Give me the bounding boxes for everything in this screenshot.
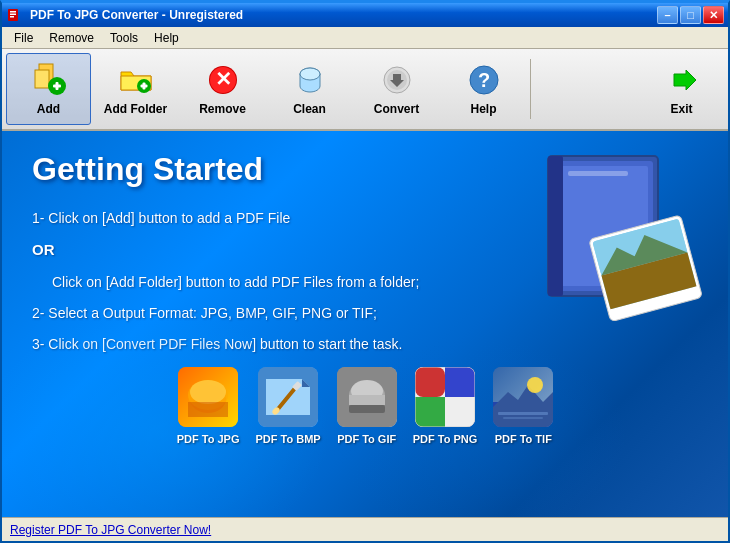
format-png-label: PDF To PNG — [413, 433, 478, 445]
svg-rect-11 — [142, 83, 145, 90]
format-jpg-item[interactable]: PDF To JPG — [177, 367, 240, 445]
format-gif-item[interactable]: PDF To GIF — [337, 367, 397, 445]
remove-icon: ✕ — [205, 62, 241, 98]
add-folder-button[interactable]: Add Folder — [93, 53, 178, 125]
help-button[interactable]: ? Help — [441, 53, 526, 125]
format-tif-label: PDF To TIF — [495, 433, 552, 445]
format-gif-icon — [337, 367, 397, 427]
status-bar: Register PDF To JPG Converter Now! — [2, 517, 728, 541]
exit-button[interactable]: Exit — [639, 53, 724, 125]
book-illustration — [518, 146, 708, 331]
menu-file[interactable]: File — [6, 29, 41, 47]
add-icon — [31, 62, 67, 98]
minimize-button[interactable]: – — [657, 6, 678, 24]
format-gif-label: PDF To GIF — [337, 433, 396, 445]
help-icon: ? — [466, 62, 502, 98]
format-png-item[interactable]: PDF To PNG — [413, 367, 478, 445]
svg-rect-2 — [10, 14, 16, 16]
menu-remove[interactable]: Remove — [41, 29, 102, 47]
svg-point-53 — [527, 377, 543, 393]
menu-bar: File Remove Tools Help — [2, 27, 728, 49]
svg-text:✕: ✕ — [214, 68, 231, 90]
maximize-button[interactable]: □ — [680, 6, 701, 24]
svg-rect-47 — [445, 367, 475, 397]
svg-rect-3 — [10, 16, 14, 18]
svg-rect-25 — [548, 156, 563, 296]
add-label: Add — [37, 102, 60, 116]
svg-rect-55 — [503, 417, 543, 419]
add-button[interactable]: Add — [6, 53, 91, 125]
register-link[interactable]: Register PDF To JPG Converter Now! — [10, 523, 211, 537]
svg-rect-35 — [188, 402, 228, 417]
svg-rect-43 — [349, 405, 385, 413]
clean-icon — [292, 62, 328, 98]
format-bmp-label: PDF To BMP — [255, 433, 320, 445]
svg-rect-5 — [35, 70, 49, 88]
main-content: Getting Started 1- Click on [Add] button… — [2, 131, 728, 517]
title-bar: PDF To JPG Converter - Unregistered – □ … — [2, 3, 728, 27]
toolbar: Add Add Folder ✕ — [2, 49, 728, 131]
svg-rect-46 — [415, 367, 445, 397]
format-bmp-icon — [258, 367, 318, 427]
menu-tools[interactable]: Tools — [102, 29, 146, 47]
format-tif-item[interactable]: PDF To TIF — [493, 367, 553, 445]
remove-label: Remove — [199, 102, 246, 116]
main-window: PDF To JPG Converter - Unregistered – □ … — [0, 0, 730, 543]
format-icons-row: PDF To JPG PDF To BMP — [32, 367, 698, 445]
format-tif-icon — [493, 367, 553, 427]
clean-button[interactable]: Clean — [267, 53, 352, 125]
exit-icon — [664, 62, 700, 98]
svg-rect-48 — [415, 397, 445, 427]
format-bmp-item[interactable]: PDF To BMP — [255, 367, 320, 445]
remove-button[interactable]: ✕ Remove — [180, 53, 265, 125]
menu-help[interactable]: Help — [146, 29, 187, 47]
add-folder-label: Add Folder — [104, 102, 167, 116]
svg-rect-54 — [498, 412, 548, 415]
svg-point-34 — [190, 380, 226, 404]
instruction-4: 3- Click on [Convert PDF Files Now] butt… — [32, 334, 698, 355]
svg-rect-8 — [55, 82, 58, 90]
format-jpg-icon — [178, 367, 238, 427]
convert-label: Convert — [374, 102, 419, 116]
window-title: PDF To JPG Converter - Unregistered — [30, 8, 243, 22]
exit-label: Exit — [670, 102, 692, 116]
clean-label: Clean — [293, 102, 326, 116]
title-controls: – □ ✕ — [657, 6, 724, 24]
toolbar-separator — [530, 59, 531, 119]
help-label: Help — [470, 102, 496, 116]
folder-icon — [118, 62, 154, 98]
app-icon — [6, 7, 22, 23]
svg-rect-1 — [10, 11, 16, 13]
svg-point-16 — [300, 68, 320, 80]
svg-rect-49 — [445, 397, 475, 427]
svg-rect-26 — [568, 171, 628, 176]
format-jpg-label: PDF To JPG — [177, 433, 240, 445]
close-button[interactable]: ✕ — [703, 6, 724, 24]
convert-icon — [379, 62, 415, 98]
format-png-icon — [415, 367, 475, 427]
svg-text:?: ? — [477, 69, 489, 91]
title-bar-left: PDF To JPG Converter - Unregistered — [6, 7, 243, 23]
svg-rect-44 — [349, 395, 385, 405]
convert-button[interactable]: Convert — [354, 53, 439, 125]
svg-marker-21 — [674, 70, 696, 90]
